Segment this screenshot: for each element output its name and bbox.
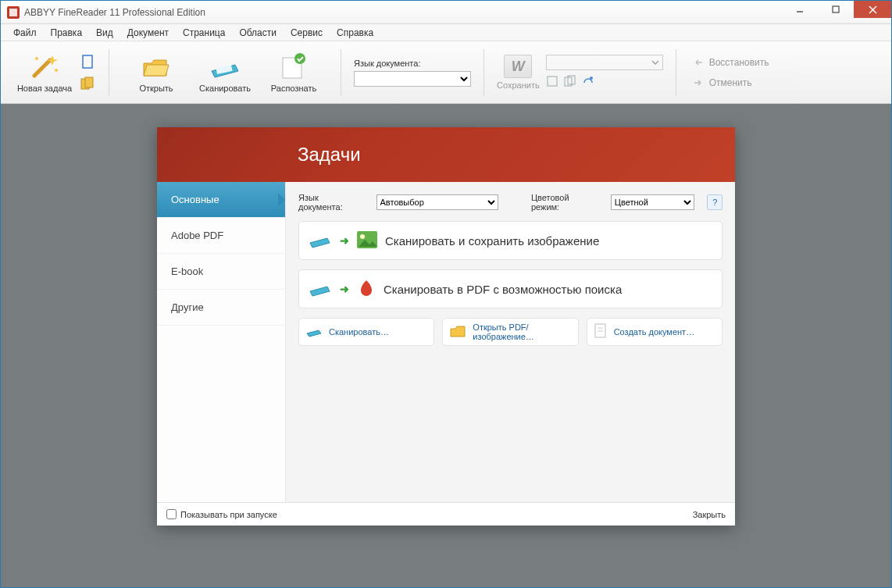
options-row: Язык документа: Автовыбор Цветовой режим… [298,193,723,212]
dialog-main: Язык документа: Автовыбор Цветовой режим… [286,182,735,502]
dlg-color-label: Цветовой режим: [531,193,598,212]
svg-point-20 [360,234,365,239]
word-save-icon: W [504,55,532,78]
recognize-icon [278,52,309,82]
dlg-lang-select[interactable]: Автовыбор [376,194,498,210]
save-label: Сохранить [497,80,540,90]
scan-button[interactable]: Сканировать [191,52,259,93]
doc-lang-label: Язык документа: [354,59,471,68]
tasks-dialog: Задачи Основные Adobe PDF E-book Другие … [157,127,735,526]
toolbar-separator [109,49,109,96]
cancel-button[interactable]: Отменить [689,76,772,90]
small-open-label: Открыть PDF/изображение… [473,323,571,341]
svg-point-18 [590,77,593,80]
svg-point-14 [294,53,305,64]
scanner-icon [305,324,323,340]
dialog-close-link[interactable]: Закрыть [693,510,726,519]
window-controls [782,1,891,23]
doc-lang-select[interactable] [354,71,471,87]
sidebar-item-pdf[interactable]: Adobe PDF [157,218,285,254]
image-icon [357,231,377,251]
help-button[interactable]: ? [707,194,723,210]
small-task-open-pdf[interactable]: Открыть PDF/изображение… [442,318,578,346]
menu-edit[interactable]: Правка [45,26,89,40]
pages-small-icon[interactable] [79,75,96,92]
minimize-button[interactable] [782,1,818,18]
show-on-startup-checkbox[interactable]: Показывать при запуске [166,509,277,519]
toolbar: Новая задача Открыть Сканировать Распозн… [1,41,891,104]
close-button[interactable] [854,1,891,18]
sidebar-item-other[interactable]: Другие [157,290,285,326]
cancel-label: Отменить [709,77,752,88]
restore-button[interactable]: Восстановить [689,55,772,69]
task-scan-pdf-label: Сканировать в PDF с возможностью поиска [384,283,622,296]
task-scan-save-image[interactable]: ➜ Сканировать и сохранить изображение [298,221,723,260]
small-task-create-doc[interactable]: Создать документ… [587,318,723,346]
svg-rect-9 [83,55,92,68]
new-task-button[interactable]: Новая задача [10,52,79,93]
menu-document[interactable]: Документ [121,26,175,40]
page-small-icon[interactable] [79,53,96,70]
recognize-button[interactable]: Распознать [259,52,328,93]
pdf-icon [357,279,376,300]
workspace: Задачи Основные Adobe PDF E-book Другие … [1,104,891,587]
maximize-button[interactable] [818,1,854,18]
dlg-lang-label: Язык документа: [298,193,364,212]
menu-page[interactable]: Страница [177,26,231,40]
save-pages-small-icon[interactable] [564,75,576,90]
save-target-dropdown[interactable] [546,55,663,70]
menu-file[interactable]: Файл [7,26,43,40]
app-icon [7,6,20,19]
scanner-icon [309,230,332,252]
scan-label: Сканировать [199,84,251,93]
window-title: ABBYY FineReader 11 Professional Edition [24,7,782,18]
arrow-right-icon: ➜ [340,283,349,295]
open-label: Открыть [139,84,173,93]
svg-rect-11 [85,77,93,87]
small-create-label: Создать документ… [614,327,695,337]
scanner-icon [309,278,332,301]
menu-areas[interactable]: Области [233,26,283,40]
task-scan-image-label: Сканировать и сохранить изображение [385,234,599,248]
dlg-color-select[interactable]: Цветной [611,194,695,210]
document-icon [594,323,608,340]
dialog-title: Задачи [298,144,361,166]
dialog-sidebar: Основные Adobe PDF E-book Другие [157,182,286,502]
svg-point-8 [55,69,58,72]
save-settings-small-icon[interactable] [582,75,594,90]
titlebar: ABBYY FineReader 11 Professional Edition [1,1,891,24]
open-button[interactable]: Открыть [122,52,191,93]
svg-rect-1 [9,9,17,16]
toolbar-separator [483,49,484,96]
small-scan-label: Сканировать… [329,327,389,337]
sidebar-item-main[interactable]: Основные [157,182,285,218]
app-window: ABBYY FineReader 11 Professional Edition… [0,0,892,588]
menu-help[interactable]: Справка [330,26,380,40]
menubar: Файл Правка Вид Документ Страница Област… [1,24,891,41]
dialog-header: Задачи [157,127,735,182]
undo-icon [692,57,705,68]
toolbar-separator [676,49,676,96]
svg-rect-3 [833,6,839,12]
folder-open-icon [141,52,172,82]
show-startup-input[interactable] [166,509,177,519]
small-task-scan[interactable]: Сканировать… [298,318,434,346]
dialog-footer: Показывать при запуске Закрыть [157,502,735,526]
show-startup-label: Показывать при запуске [180,510,277,519]
recognize-label: Распознать [271,84,316,93]
svg-point-7 [35,57,38,60]
restore-label: Восстановить [709,57,769,68]
sidebar-item-ebook[interactable]: E-book [157,254,285,290]
wand-icon [29,52,60,82]
menu-view[interactable]: Вид [90,26,120,40]
menu-service[interactable]: Сервис [284,26,329,40]
scanner-icon [209,52,241,82]
arrow-right-icon: ➜ [340,234,349,247]
save-doc-small-icon[interactable] [546,75,558,90]
toolbar-separator [341,49,341,96]
redo-icon [692,77,705,88]
folder-icon [449,324,466,340]
task-scan-searchable-pdf[interactable]: ➜ Сканировать в PDF с возможностью поиск… [298,269,723,308]
svg-rect-15 [548,77,557,86]
new-task-label: Новая задача [17,84,72,93]
